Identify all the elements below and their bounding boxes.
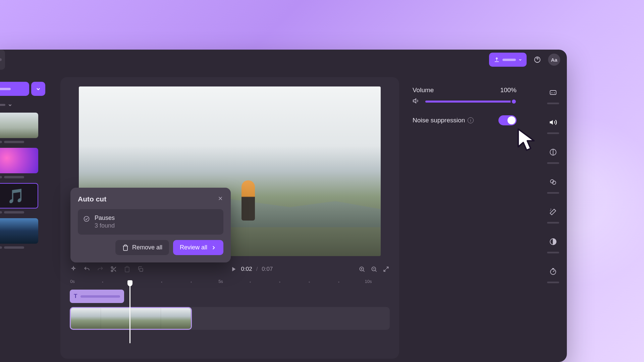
pauses-label: Pauses <box>95 215 115 222</box>
account-avatar[interactable]: Aa <box>548 54 560 66</box>
noise-suppression-label: Noise suppression <box>413 117 465 124</box>
scissors-icon[interactable] <box>110 265 117 273</box>
remove-all-label: Remove all <box>132 244 162 251</box>
remove-all-button[interactable]: Remove all <box>115 240 169 255</box>
duplicate-icon[interactable] <box>137 265 144 273</box>
timeline-ruler[interactable]: 0s 5s 10s <box>70 279 390 286</box>
volume-value: 100% <box>500 86 517 94</box>
cursor-pointer-illustration <box>517 127 540 154</box>
trash-icon[interactable] <box>123 265 131 273</box>
zoom-out-icon[interactable] <box>370 265 378 273</box>
timeline-tracks: T <box>70 290 390 330</box>
speaker-icon[interactable] <box>413 97 420 106</box>
media-panel: 🎵 <box>0 82 45 249</box>
fit-screen-icon[interactable] <box>382 265 390 273</box>
add-media-button[interactable] <box>0 82 29 96</box>
volume-slider[interactable] <box>425 101 517 103</box>
redo-icon[interactable] <box>97 265 104 273</box>
trash-icon <box>122 244 129 251</box>
app-window: Aa 🎵 <box>0 50 567 362</box>
chevron-down-icon <box>519 58 522 61</box>
pauses-card[interactable]: Pauses 3 found <box>78 209 223 235</box>
ruler-tick: 10s <box>365 279 372 284</box>
svg-rect-3 <box>140 268 143 272</box>
properties-panel: Volume 100% Noise suppression i <box>413 86 517 125</box>
color-wheel-tool[interactable] <box>547 146 559 158</box>
undo-icon[interactable] <box>83 265 91 273</box>
close-icon[interactable] <box>217 195 223 203</box>
tool-rail <box>545 86 561 291</box>
playhead[interactable] <box>129 281 130 343</box>
info-icon[interactable]: i <box>468 117 474 123</box>
ruler-tick: 0s <box>70 279 75 284</box>
chevron-down-icon <box>8 103 12 107</box>
svg-point-1 <box>111 267 113 268</box>
media-thumb-selected[interactable]: 🎵 <box>0 183 38 214</box>
current-time: 0:02 <box>241 266 252 273</box>
captions-tool[interactable] <box>547 86 559 99</box>
hamburger-tab[interactable] <box>0 50 5 70</box>
audio-tool[interactable] <box>547 116 559 128</box>
total-time: 0:07 <box>262 266 273 273</box>
filter-tool[interactable] <box>547 176 559 188</box>
top-bar: Aa <box>0 50 567 70</box>
speed-tool[interactable] <box>547 265 559 278</box>
sort-row[interactable] <box>0 100 45 113</box>
text-track-clip[interactable]: T <box>70 290 124 303</box>
chevron-right-icon <box>211 245 217 251</box>
svg-point-12 <box>84 217 89 222</box>
pauses-count: 3 found <box>95 222 115 229</box>
video-clip[interactable] <box>70 307 192 330</box>
autocut-popup: Auto cut Pauses 3 found Remove all Revie… <box>70 188 231 262</box>
ruler-tick: 5s <box>218 279 223 284</box>
toggle-knob <box>507 116 516 124</box>
magic-wand-tool[interactable] <box>547 206 559 218</box>
review-all-button[interactable]: Review all <box>173 240 223 255</box>
thumbnail-image <box>0 113 38 138</box>
media-thumb[interactable] <box>0 148 38 178</box>
play-icon[interactable] <box>230 265 237 273</box>
export-label-placeholder <box>502 59 516 61</box>
thumbnail-image <box>0 218 38 244</box>
media-thumb[interactable] <box>0 113 38 143</box>
chevron-down-icon <box>36 86 41 91</box>
export-button[interactable] <box>489 53 527 67</box>
text-layer-badge: T <box>74 293 77 300</box>
video-track[interactable] <box>70 307 390 330</box>
thumbnail-image <box>0 148 38 173</box>
media-thumb[interactable] <box>0 218 38 249</box>
add-media-dropdown[interactable] <box>31 82 45 96</box>
contrast-tool[interactable] <box>547 236 559 248</box>
upload-icon <box>494 57 500 63</box>
slider-thumb[interactable] <box>511 98 517 105</box>
playback-controls: 0:02 / 0:07 <box>70 265 390 273</box>
noise-suppression-toggle[interactable] <box>498 115 517 125</box>
zoom-in-icon[interactable] <box>358 265 366 273</box>
checkmark-circle-icon <box>83 216 90 224</box>
review-all-label: Review all <box>180 244 207 251</box>
svg-rect-6 <box>550 90 556 95</box>
svg-point-2 <box>111 270 113 272</box>
sparkle-icon[interactable] <box>70 265 77 273</box>
volume-label: Volume <box>413 86 434 94</box>
autocut-title: Auto cut <box>78 195 106 203</box>
help-icon[interactable] <box>531 54 543 66</box>
time-separator: / <box>256 266 258 273</box>
thumbnail-image: 🎵 <box>0 183 38 208</box>
